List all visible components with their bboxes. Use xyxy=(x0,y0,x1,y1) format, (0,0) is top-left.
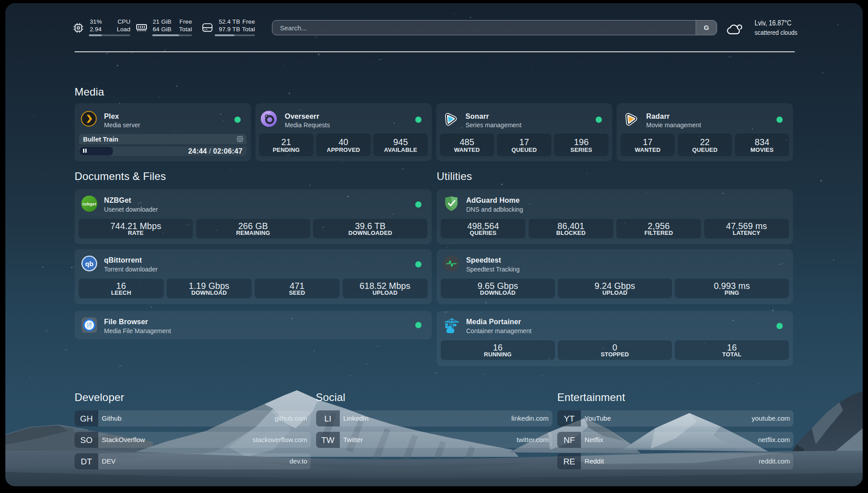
svg-text:nzbget: nzbget xyxy=(83,201,96,206)
svg-text:qb: qb xyxy=(85,260,93,267)
